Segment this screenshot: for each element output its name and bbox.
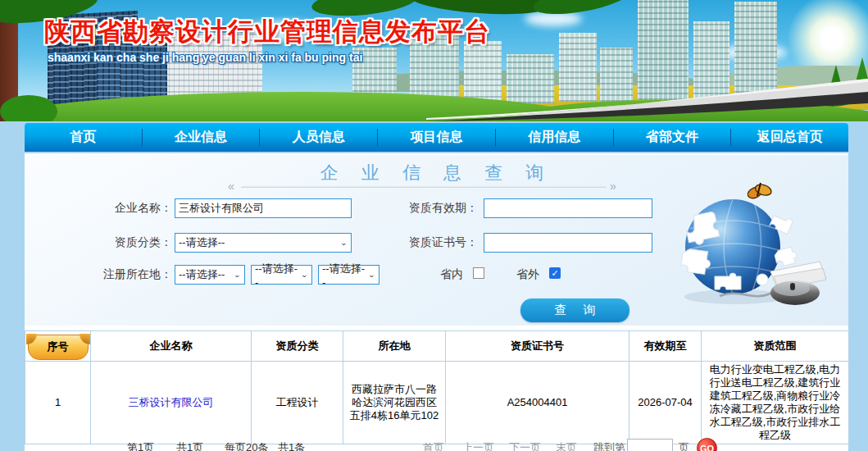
pagination-jump-input[interactable] [627, 439, 673, 451]
chevron-down-icon: ⌄ [340, 239, 348, 247]
validity-input[interactable] [484, 198, 652, 218]
cell-company-name: 三桥设计有限公司 [91, 362, 252, 444]
table-header-row: 序号 企业名称 资质分类 所在地 资质证书号 有效期至 资质范围 [25, 331, 849, 362]
category-select[interactable]: --请选择-- ⌄ [175, 233, 352, 253]
pagination-first[interactable]: 首页 [423, 440, 444, 451]
site-title: 陕西省勘察设计行业管理信息发布平台 [44, 15, 490, 49]
results-table: 序号 企业名称 资质分类 所在地 资质证书号 有效期至 资质范围 1 三桥设计有… [25, 330, 849, 444]
title-divider [241, 186, 607, 188]
globe-illustration [666, 180, 838, 311]
chevron-down-icon: ⌄ [234, 271, 241, 279]
pagination-next[interactable]: 下一页 [509, 440, 541, 451]
header-scope: 资质范围 [702, 331, 849, 362]
location-select-1-value: --请选择-- [179, 267, 225, 282]
header-valid-until: 有效期至 [629, 331, 702, 362]
location-select-2[interactable]: --请选择-- ⌄ [251, 265, 312, 285]
query-button[interactable]: 查 询 [520, 298, 629, 322]
company-link[interactable]: 三桥设计有限公司 [129, 396, 214, 408]
header-location: 所在地 [343, 331, 446, 362]
pagination-total-pages: 共1页 [176, 440, 203, 451]
location-select-3-value: --请选择-- [322, 262, 368, 289]
chevron-left-icon: « [228, 180, 234, 193]
cert-no-input[interactable] [484, 233, 652, 253]
content-area: 企 业 信 息 查 询 « » 企业名称： 资质有效期： 资质分类： --请选择… [25, 153, 848, 451]
pagination-prev[interactable]: 上一页 [462, 440, 494, 451]
pagination-current-page: 第1页 [127, 440, 154, 451]
site-title-pinyin: shaanxi kan cha she ji hang ye guan li x… [48, 51, 362, 64]
nav-item-credit-info[interactable]: 信用信息 [496, 123, 613, 152]
validity-label: 资质有效期： [371, 201, 478, 216]
cell-valid-until: 2026-07-04 [629, 362, 702, 444]
pagination-last[interactable]: 末页 [556, 440, 577, 451]
category-label: 资质分类： [66, 235, 172, 250]
nav-item-personnel-info[interactable]: 人员信息 [260, 123, 377, 152]
nav-item-enterprise-info[interactable]: 企业信息 [143, 123, 260, 152]
location-label: 注册所在地： [66, 267, 172, 282]
header-cert-no: 资质证书号 [446, 331, 629, 362]
pagination-jump-suffix: 页 [679, 440, 689, 451]
cert-no-label: 资质证书号： [371, 235, 478, 250]
company-name-input[interactable] [175, 198, 352, 218]
pagination-per-page: 每页20条 [225, 440, 268, 451]
nav-item-home[interactable]: 首页 [25, 123, 142, 152]
seq-ribbon-badge: 序号 [28, 335, 89, 360]
company-name-label: 企业名称： [66, 201, 172, 216]
location-select-1[interactable]: --请选择-- ⌄ [175, 265, 245, 285]
leaf-graphic [0, 95, 57, 121]
nav-item-project-info[interactable]: 项目信息 [378, 123, 495, 152]
out-province-checkbox[interactable]: ✓ [549, 267, 561, 279]
page-root: 陕西省勘察设计行业管理信息发布平台 shaanxi kan cha she ji… [0, 0, 868, 451]
header-seq-label: 序号 [48, 339, 69, 354]
header-company-name: 企业名称 [91, 331, 252, 362]
cell-scope: 电力行业变电工程乙级,电力行业送电工程乙级,建筑行业建筑工程乙级,商物粮行业冷冻… [702, 362, 849, 444]
out-province-label: 省外 [516, 267, 539, 282]
nav-item-ministry-files[interactable]: 省部文件 [614, 123, 731, 152]
cell-location: 西藏拉萨市八一路哈达滨河花园西区五排4栋16单元102 [343, 362, 446, 444]
pagination-total-items: 共1条 [278, 440, 305, 451]
header-category: 资质分类 [252, 331, 343, 362]
category-select-value: --请选择-- [179, 235, 225, 250]
query-panel: 企 业 信 息 查 询 « » 企业名称： 资质有效期： 资质分类： --请选择… [25, 155, 848, 326]
cell-seq: 1 [25, 362, 91, 444]
cell-cert-no: A254004401 [446, 362, 629, 444]
in-province-checkbox[interactable] [473, 267, 484, 279]
chevron-down-icon: ⌄ [301, 271, 308, 279]
location-select-3[interactable]: --请选择-- ⌄ [318, 265, 379, 285]
in-province-label: 省内 [440, 267, 463, 282]
cell-category: 工程设计 [252, 362, 343, 444]
table-row: 1 三桥设计有限公司 工程设计 西藏拉萨市八一路哈达滨河花园西区五排4栋16单元… [25, 362, 849, 444]
road-graphic [426, 71, 868, 121]
header-seq: 序号 [25, 331, 91, 362]
nav-item-back-to-main[interactable]: 返回总首页 [731, 123, 848, 152]
main-nav: 首页 企业信息 人员信息 项目信息 信用信息 省部文件 返回总首页 [25, 123, 848, 152]
chevron-down-icon: ⌄ [368, 271, 375, 279]
chevron-right-icon: » [610, 180, 616, 193]
banner: 陕西省勘察设计行业管理信息发布平台 shaanxi kan cha she ji… [0, 0, 868, 121]
location-select-2-value: --请选择-- [255, 262, 301, 289]
pagination-jump-label: 跳到第 [593, 440, 625, 451]
